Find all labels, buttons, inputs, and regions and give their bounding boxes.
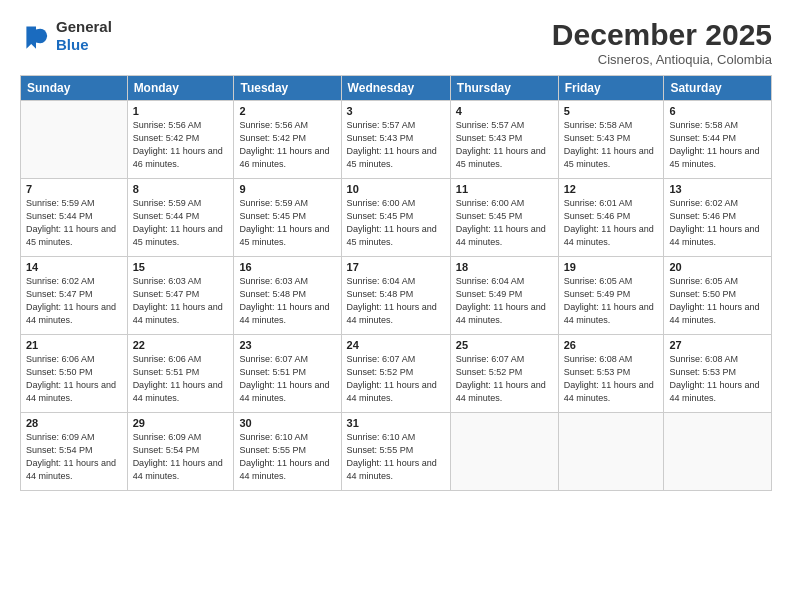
day-number: 22 [133, 339, 229, 351]
title-block: December 2025 Cisneros, Antioquia, Colom… [552, 18, 772, 67]
day-cell [450, 413, 558, 491]
day-number: 13 [669, 183, 766, 195]
day-info: Sunrise: 6:08 AM Sunset: 5:53 PM Dayligh… [669, 353, 766, 405]
main-title: December 2025 [552, 18, 772, 52]
day-info: Sunrise: 6:07 AM Sunset: 5:52 PM Dayligh… [456, 353, 553, 405]
day-cell: 18Sunrise: 6:04 AM Sunset: 5:49 PM Dayli… [450, 257, 558, 335]
col-header-monday: Monday [127, 76, 234, 101]
day-info: Sunrise: 6:03 AM Sunset: 5:47 PM Dayligh… [133, 275, 229, 327]
day-number: 15 [133, 261, 229, 273]
day-cell: 29Sunrise: 6:09 AM Sunset: 5:54 PM Dayli… [127, 413, 234, 491]
day-cell: 20Sunrise: 6:05 AM Sunset: 5:50 PM Dayli… [664, 257, 772, 335]
day-info: Sunrise: 5:57 AM Sunset: 5:43 PM Dayligh… [456, 119, 553, 171]
day-number: 28 [26, 417, 122, 429]
day-number: 4 [456, 105, 553, 117]
day-info: Sunrise: 6:08 AM Sunset: 5:53 PM Dayligh… [564, 353, 659, 405]
day-number: 17 [347, 261, 445, 273]
week-row-4: 21Sunrise: 6:06 AM Sunset: 5:50 PM Dayli… [21, 335, 772, 413]
day-info: Sunrise: 6:00 AM Sunset: 5:45 PM Dayligh… [456, 197, 553, 249]
calendar-header-row: SundayMondayTuesdayWednesdayThursdayFrid… [21, 76, 772, 101]
day-info: Sunrise: 6:10 AM Sunset: 5:55 PM Dayligh… [239, 431, 335, 483]
day-cell: 15Sunrise: 6:03 AM Sunset: 5:47 PM Dayli… [127, 257, 234, 335]
logo: General Blue [20, 18, 112, 54]
day-number: 25 [456, 339, 553, 351]
day-number: 3 [347, 105, 445, 117]
day-info: Sunrise: 6:06 AM Sunset: 5:51 PM Dayligh… [133, 353, 229, 405]
logo-icon [20, 20, 52, 52]
day-number: 9 [239, 183, 335, 195]
subtitle: Cisneros, Antioquia, Colombia [552, 52, 772, 67]
day-cell: 12Sunrise: 6:01 AM Sunset: 5:46 PM Dayli… [558, 179, 664, 257]
day-info: Sunrise: 6:02 AM Sunset: 5:47 PM Dayligh… [26, 275, 122, 327]
day-info: Sunrise: 6:05 AM Sunset: 5:49 PM Dayligh… [564, 275, 659, 327]
day-cell: 19Sunrise: 6:05 AM Sunset: 5:49 PM Dayli… [558, 257, 664, 335]
day-cell: 1Sunrise: 5:56 AM Sunset: 5:42 PM Daylig… [127, 101, 234, 179]
day-number: 29 [133, 417, 229, 429]
day-info: Sunrise: 5:57 AM Sunset: 5:43 PM Dayligh… [347, 119, 445, 171]
day-info: Sunrise: 5:58 AM Sunset: 5:44 PM Dayligh… [669, 119, 766, 171]
day-cell: 23Sunrise: 6:07 AM Sunset: 5:51 PM Dayli… [234, 335, 341, 413]
day-number: 6 [669, 105, 766, 117]
day-cell: 13Sunrise: 6:02 AM Sunset: 5:46 PM Dayli… [664, 179, 772, 257]
day-info: Sunrise: 6:03 AM Sunset: 5:48 PM Dayligh… [239, 275, 335, 327]
day-cell: 5Sunrise: 5:58 AM Sunset: 5:43 PM Daylig… [558, 101, 664, 179]
day-number: 10 [347, 183, 445, 195]
day-cell: 8Sunrise: 5:59 AM Sunset: 5:44 PM Daylig… [127, 179, 234, 257]
day-info: Sunrise: 5:58 AM Sunset: 5:43 PM Dayligh… [564, 119, 659, 171]
day-info: Sunrise: 5:59 AM Sunset: 5:45 PM Dayligh… [239, 197, 335, 249]
day-number: 7 [26, 183, 122, 195]
day-number: 18 [456, 261, 553, 273]
day-info: Sunrise: 6:01 AM Sunset: 5:46 PM Dayligh… [564, 197, 659, 249]
week-row-5: 28Sunrise: 6:09 AM Sunset: 5:54 PM Dayli… [21, 413, 772, 491]
day-info: Sunrise: 5:56 AM Sunset: 5:42 PM Dayligh… [239, 119, 335, 171]
day-cell: 10Sunrise: 6:00 AM Sunset: 5:45 PM Dayli… [341, 179, 450, 257]
day-number: 16 [239, 261, 335, 273]
day-info: Sunrise: 5:59 AM Sunset: 5:44 PM Dayligh… [26, 197, 122, 249]
day-cell: 3Sunrise: 5:57 AM Sunset: 5:43 PM Daylig… [341, 101, 450, 179]
day-cell [21, 101, 128, 179]
day-info: Sunrise: 6:07 AM Sunset: 5:51 PM Dayligh… [239, 353, 335, 405]
day-number: 14 [26, 261, 122, 273]
day-cell: 31Sunrise: 6:10 AM Sunset: 5:55 PM Dayli… [341, 413, 450, 491]
day-cell: 9Sunrise: 5:59 AM Sunset: 5:45 PM Daylig… [234, 179, 341, 257]
day-cell: 28Sunrise: 6:09 AM Sunset: 5:54 PM Dayli… [21, 413, 128, 491]
day-info: Sunrise: 6:00 AM Sunset: 5:45 PM Dayligh… [347, 197, 445, 249]
col-header-saturday: Saturday [664, 76, 772, 101]
day-number: 21 [26, 339, 122, 351]
week-row-1: 1Sunrise: 5:56 AM Sunset: 5:42 PM Daylig… [21, 101, 772, 179]
day-info: Sunrise: 6:07 AM Sunset: 5:52 PM Dayligh… [347, 353, 445, 405]
header: General Blue December 2025 Cisneros, Ant… [20, 18, 772, 67]
logo-text: General Blue [56, 18, 112, 54]
day-number: 20 [669, 261, 766, 273]
day-cell: 30Sunrise: 6:10 AM Sunset: 5:55 PM Dayli… [234, 413, 341, 491]
day-number: 12 [564, 183, 659, 195]
col-header-wednesday: Wednesday [341, 76, 450, 101]
day-number: 2 [239, 105, 335, 117]
page: General Blue December 2025 Cisneros, Ant… [0, 0, 792, 612]
logo-line2: Blue [56, 36, 112, 54]
day-cell: 2Sunrise: 5:56 AM Sunset: 5:42 PM Daylig… [234, 101, 341, 179]
day-cell [558, 413, 664, 491]
col-header-tuesday: Tuesday [234, 76, 341, 101]
day-cell: 4Sunrise: 5:57 AM Sunset: 5:43 PM Daylig… [450, 101, 558, 179]
day-cell: 24Sunrise: 6:07 AM Sunset: 5:52 PM Dayli… [341, 335, 450, 413]
day-cell: 26Sunrise: 6:08 AM Sunset: 5:53 PM Dayli… [558, 335, 664, 413]
day-info: Sunrise: 6:05 AM Sunset: 5:50 PM Dayligh… [669, 275, 766, 327]
calendar: SundayMondayTuesdayWednesdayThursdayFrid… [20, 75, 772, 491]
day-cell: 11Sunrise: 6:00 AM Sunset: 5:45 PM Dayli… [450, 179, 558, 257]
col-header-thursday: Thursday [450, 76, 558, 101]
day-number: 11 [456, 183, 553, 195]
day-number: 27 [669, 339, 766, 351]
day-info: Sunrise: 6:02 AM Sunset: 5:46 PM Dayligh… [669, 197, 766, 249]
day-cell: 27Sunrise: 6:08 AM Sunset: 5:53 PM Dayli… [664, 335, 772, 413]
week-row-2: 7Sunrise: 5:59 AM Sunset: 5:44 PM Daylig… [21, 179, 772, 257]
day-info: Sunrise: 6:06 AM Sunset: 5:50 PM Dayligh… [26, 353, 122, 405]
col-header-sunday: Sunday [21, 76, 128, 101]
day-info: Sunrise: 5:59 AM Sunset: 5:44 PM Dayligh… [133, 197, 229, 249]
day-info: Sunrise: 6:09 AM Sunset: 5:54 PM Dayligh… [26, 431, 122, 483]
day-number: 8 [133, 183, 229, 195]
day-cell [664, 413, 772, 491]
day-cell: 6Sunrise: 5:58 AM Sunset: 5:44 PM Daylig… [664, 101, 772, 179]
day-number: 24 [347, 339, 445, 351]
day-cell: 22Sunrise: 6:06 AM Sunset: 5:51 PM Dayli… [127, 335, 234, 413]
